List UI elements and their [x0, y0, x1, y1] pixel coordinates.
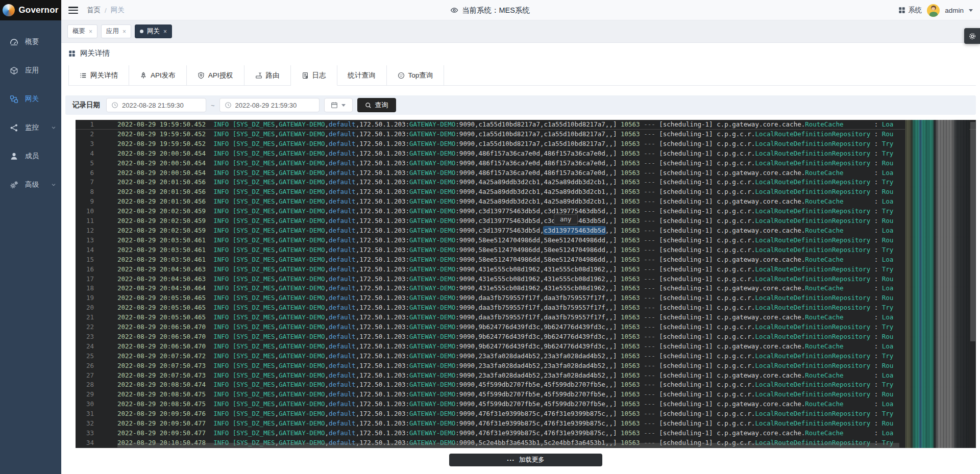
close-icon[interactable]: × [122, 29, 126, 35]
workspace-tabs: 概要×应用×网关× [61, 20, 980, 43]
start-date-value[interactable] [122, 102, 201, 109]
log-line: 52022-08-29 20:00:50.454 INFO [SYS_DZ_ME… [76, 159, 976, 168]
system-menu[interactable]: 系统 [898, 6, 922, 15]
chevron-down-icon [51, 124, 57, 131]
search-button-label: 查询 [375, 101, 388, 110]
sidebar-item-label: 网关 [25, 94, 39, 104]
log-line: 122022-08-29 20:02:50.459 INFO [SYS_DZ_M… [76, 226, 976, 236]
tab-API发布[interactable]: API发布 [129, 65, 187, 86]
tab-Top查询[interactable]: Top查询 [387, 65, 445, 86]
tab-label: 网关详情 [90, 71, 118, 80]
breadcrumb-home[interactable]: 首页 [87, 6, 101, 15]
tabs-filler [444, 65, 976, 86]
horizontal-scrollbar[interactable] [117, 443, 899, 447]
vertical-scrollbar[interactable] [970, 122, 975, 341]
load-more-label: 加载更多 [519, 456, 545, 464]
username[interactable]: admin [945, 7, 964, 14]
log-line: 172022-08-29 20:04:50.463 INFO [SYS_DZ_M… [76, 275, 976, 284]
line-number: 19 [76, 293, 94, 303]
log-line: 72022-08-29 20:01:50.456 INFO [SYS_DZ_ME… [76, 178, 976, 187]
line-number: 20 [76, 303, 94, 313]
close-icon[interactable]: × [89, 29, 92, 35]
log-line: 282022-08-29 20:08:50.474 INFO [SYS_DZ_M… [76, 380, 976, 390]
router-icon [255, 72, 262, 79]
workspace-tab-label: 应用 [106, 27, 119, 36]
start-date-input[interactable] [106, 98, 206, 112]
log-line: 212022-08-29 20:05:50.465 INFO [SYS_DZ_M… [76, 313, 976, 322]
line-number: 26 [76, 361, 94, 371]
dashboard-icon [10, 38, 18, 46]
detail-tabs: 网关详情API发布API授权路由日志统计查询Top查询 [68, 65, 976, 86]
load-more-button[interactable]: ··· 加载更多 [449, 454, 602, 466]
tab-label: 路由 [266, 71, 280, 80]
line-number: 13 [76, 236, 94, 245]
log-line: 62022-08-29 20:00:50.454 INFO [SYS_DZ_ME… [76, 168, 976, 178]
monitor-icon [10, 123, 18, 132]
line-number: 17 [76, 275, 94, 284]
log-line: 92022-08-29 20:01:50.456 INFO [SYS_DZ_ME… [76, 197, 976, 207]
tab-统计查询[interactable]: 统计查询 [337, 65, 387, 86]
workspace-tab-概要[interactable]: 概要× [67, 24, 97, 38]
sidebar-item-监控[interactable]: 监控 [0, 113, 61, 142]
log-line: 82022-08-29 20:01:50.456 INFO [SYS_DZ_ME… [76, 187, 976, 197]
workspace-tab-网关[interactable]: 网关× [135, 24, 172, 38]
line-number: 33 [76, 429, 94, 438]
line-number: 31 [76, 409, 94, 419]
tab-label: API发布 [151, 71, 176, 80]
line-number: 21 [76, 313, 94, 322]
settings-gear-button[interactable] [964, 28, 980, 44]
filter-bar: 记录日期 ~ 查询 [65, 95, 976, 115]
sidebar-item-概要[interactable]: 概要 [0, 28, 61, 56]
end-date-input[interactable] [219, 98, 320, 112]
clock-icon [111, 102, 118, 109]
sidebar-item-label: 应用 [25, 66, 39, 75]
line-number: 32 [76, 419, 94, 429]
breadcrumb: 首页 / 网关 [87, 0, 125, 20]
gateway-icon [10, 95, 18, 104]
line-number: 9 [76, 197, 94, 207]
log-line: 22022-08-29 19:59:50.452 INFO [SYS_DZ_ME… [76, 130, 976, 139]
line-number: 14 [76, 245, 94, 255]
date-shortcut-dropdown[interactable] [324, 98, 353, 112]
gear-icon [968, 32, 976, 40]
sidebar: 概要应用网关监控成员高级 [0, 20, 61, 474]
sidebar-item-label: 概要 [25, 37, 39, 46]
chevron-down-icon[interactable] [969, 9, 973, 12]
log-viewer[interactable]: 12022-08-29 19:59:50.452 INFO [SYS_DZ_ME… [76, 120, 976, 448]
current-system-text: 当前系统：MES系统 [462, 6, 530, 15]
sidebar-item-网关[interactable]: 网关 [0, 85, 61, 113]
line-number: 22 [76, 322, 94, 332]
tab-API授权[interactable]: API授权 [187, 65, 244, 86]
log-line: 102022-08-29 20:02:50.459 INFO [SYS_DZ_M… [76, 207, 976, 216]
minimap[interactable] [905, 120, 969, 448]
end-date-value[interactable] [235, 102, 314, 109]
hamburger-menu-icon[interactable] [68, 7, 78, 14]
sidebar-item-成员[interactable]: 成员 [0, 142, 61, 170]
line-number: 3 [76, 139, 94, 149]
advanced-icon [10, 181, 18, 189]
line-number: 1 [76, 120, 94, 130]
line-number: 23 [76, 332, 94, 342]
sidebar-item-应用[interactable]: 应用 [0, 56, 61, 85]
sidebar-item-label: 成员 [25, 152, 39, 161]
line-number: 15 [76, 255, 94, 265]
log-line: 322022-08-29 20:09:50.477 INFO [SYS_DZ_M… [76, 419, 976, 429]
search-button[interactable]: 查询 [357, 98, 396, 112]
line-number: 7 [76, 178, 94, 187]
tab-网关详情[interactable]: 网关详情 [68, 65, 129, 86]
avatar[interactable] [927, 4, 940, 17]
line-number: 16 [76, 265, 94, 275]
breadcrumb-current: 网关 [111, 6, 125, 15]
workspace-tab-应用[interactable]: 应用× [101, 24, 131, 38]
line-number: 25 [76, 352, 94, 361]
shield-icon [198, 72, 205, 79]
sidebar-item-高级[interactable]: 高级 [0, 170, 61, 199]
page-title-row: 网关详情 [68, 48, 110, 58]
close-icon[interactable]: × [163, 29, 167, 35]
tab-日志[interactable]: 日志 [291, 65, 337, 86]
tab-路由[interactable]: 路由 [244, 65, 291, 86]
highlighted-trace: c3d139775463db5d [544, 227, 605, 234]
breadcrumb-separator: / [105, 7, 107, 14]
grid-icon [68, 50, 76, 57]
line-number: 28 [76, 380, 94, 390]
